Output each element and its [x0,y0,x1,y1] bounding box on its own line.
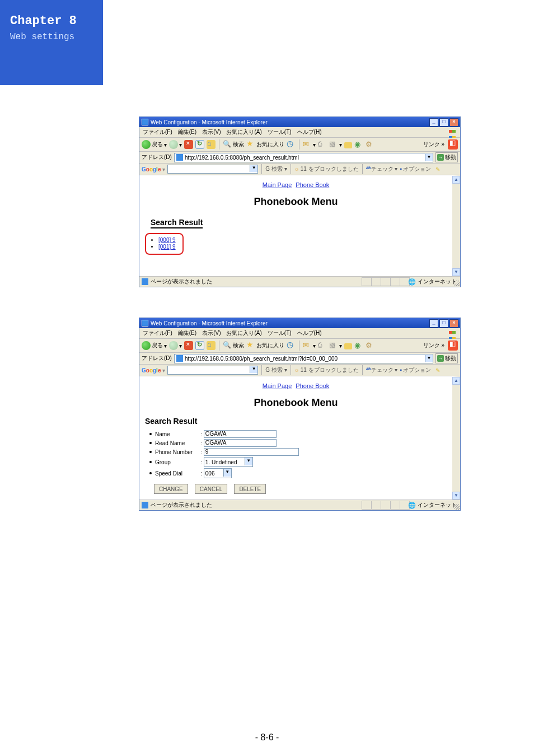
refresh-icon[interactable] [195,140,204,149]
google-search-btn[interactable]: G 検索 ▾ [265,366,287,374]
ie-icon [142,119,148,125]
google-options-btn[interactable]: オプション [400,366,431,374]
stop-icon[interactable] [184,140,193,149]
resize-grip-icon[interactable] [454,504,460,510]
history-icon[interactable] [287,140,296,149]
name-input[interactable]: OGAWA [204,430,277,438]
google-options-btn[interactable]: オプション [400,165,431,173]
main-page-link[interactable]: Main Page [263,382,292,389]
scroll-down-icon[interactable]: ▼ [452,492,460,500]
close-button[interactable]: × [449,319,458,328]
close-button[interactable]: × [449,118,458,127]
mail-button[interactable]: ▾ [303,341,316,350]
result-link-000[interactable]: [000] 9 [158,237,176,243]
edit-button[interactable]: ▾ [329,341,342,350]
scroll-up-icon[interactable]: ▲ [452,377,460,385]
folder-icon[interactable] [344,343,352,349]
dropdown-icon[interactable]: ▼ [245,458,252,465]
back-button[interactable]: 戻る ▾ [142,140,167,149]
menu-favorites[interactable]: お気に入り(A) [226,329,261,337]
norton-icon[interactable] [448,139,458,150]
result-link-001[interactable]: [001] 9 [158,244,176,250]
dropdown-icon[interactable]: ▼ [223,469,231,477]
read-name-input[interactable]: OGAWA [204,439,277,447]
menu-file[interactable]: ファイル(F) [143,128,172,136]
menu-edit[interactable]: 編集(E) [178,329,196,337]
favorites-button[interactable]: お気に入り [246,341,284,350]
norton-icon[interactable] [448,340,458,351]
menu-view[interactable]: 表示(V) [202,329,221,337]
change-button[interactable]: CHANGE [154,484,188,494]
minimize-button[interactable]: _ [429,319,438,328]
cancel-button[interactable]: CANCEL [195,484,228,494]
group-select[interactable]: 1. Undefined ▼ [204,457,253,467]
minimize-button[interactable]: _ [429,118,438,127]
search-button[interactable]: 検索 [223,140,244,149]
menu-help[interactable]: ヘルプ(H) [297,329,322,337]
gear-icon[interactable] [366,140,374,149]
menu-file[interactable]: ファイル(F) [143,329,172,337]
links-label[interactable]: リンク » [423,141,444,148]
google-highlight-btn[interactable] [433,166,440,172]
menu-tools[interactable]: ツール(T) [268,128,292,136]
resize-grip-icon[interactable] [454,281,460,286]
maximize-button[interactable]: □ [439,118,448,127]
address-label: アドレス(D) [142,354,172,362]
address-field[interactable]: http://192.168.0.5:8080/ph_search_result… [174,153,433,162]
menu-favorites[interactable]: お気に入り(A) [226,128,261,136]
messenger-icon[interactable] [354,140,363,149]
address-dropdown-icon[interactable]: ▼ [425,355,433,362]
go-button[interactable]: → 移動 [435,353,458,363]
forward-button[interactable]: ▾ [169,140,182,149]
back-button[interactable]: 戻る ▾ [142,341,167,350]
search-button[interactable]: 検索 [223,341,244,350]
dropdown-icon[interactable]: ▼ [250,165,257,172]
vertical-scrollbar[interactable]: ▲ ▼ [452,377,460,500]
list-item: [001] 9 [158,244,176,250]
print-icon[interactable] [318,341,327,350]
mail-button[interactable]: ▾ [303,140,316,149]
address-dropdown-icon[interactable]: ▼ [425,154,433,161]
home-icon[interactable] [207,341,216,350]
forward-icon [169,140,178,149]
refresh-icon[interactable] [195,341,204,350]
menu-edit[interactable]: 編集(E) [178,128,196,136]
google-search-btn[interactable]: G 検索 ▾ [265,165,287,173]
menu-help[interactable]: ヘルプ(H) [297,128,322,136]
phone-book-link[interactable]: Phone Book [296,181,329,188]
go-button[interactable]: → 移動 [435,152,458,162]
vertical-scrollbar[interactable]: ▲ ▼ [452,176,460,276]
main-page-link[interactable]: Main Page [263,181,292,188]
maximize-button[interactable]: □ [439,319,448,328]
messenger-icon[interactable] [354,341,363,350]
google-blocked-btn[interactable]: 11 をブロックしました [294,366,359,374]
phone-book-link[interactable]: Phone Book [296,382,329,389]
delete-button[interactable]: DELETE [234,484,266,494]
google-highlight-btn[interactable] [433,367,440,374]
menu-view[interactable]: 表示(V) [202,128,221,136]
google-blocked-btn[interactable]: 11 をブロックしました [294,165,359,173]
google-check-btn[interactable]: チェック ▾ [366,366,398,374]
history-icon[interactable] [287,341,296,350]
top-links: Main Page Phone Book [139,181,452,188]
forward-button[interactable]: ▾ [169,341,182,350]
separator [291,164,291,174]
folder-icon[interactable] [344,142,352,148]
google-check-btn[interactable]: チェック ▾ [366,165,398,173]
scroll-down-icon[interactable]: ▼ [452,268,460,276]
gear-icon[interactable] [366,341,374,350]
edit-button[interactable]: ▾ [329,140,342,149]
links-label[interactable]: リンク » [423,342,444,349]
google-search-field[interactable]: ▼ [167,366,258,375]
dropdown-icon[interactable]: ▼ [250,366,257,373]
menu-tools[interactable]: ツール(T) [268,329,292,337]
stop-icon[interactable] [184,341,193,350]
home-icon[interactable] [207,140,216,149]
speed-dial-select[interactable]: 006 ▼ [204,468,232,478]
favorites-button[interactable]: お気に入り [246,140,284,149]
print-icon[interactable] [318,140,327,149]
phone-input[interactable]: 9 [204,448,299,456]
scroll-up-icon[interactable]: ▲ [452,176,460,184]
address-field[interactable]: http://192.168.0.5:8080/ph_search_result… [174,354,433,363]
google-search-field[interactable]: ▼ [167,165,258,174]
